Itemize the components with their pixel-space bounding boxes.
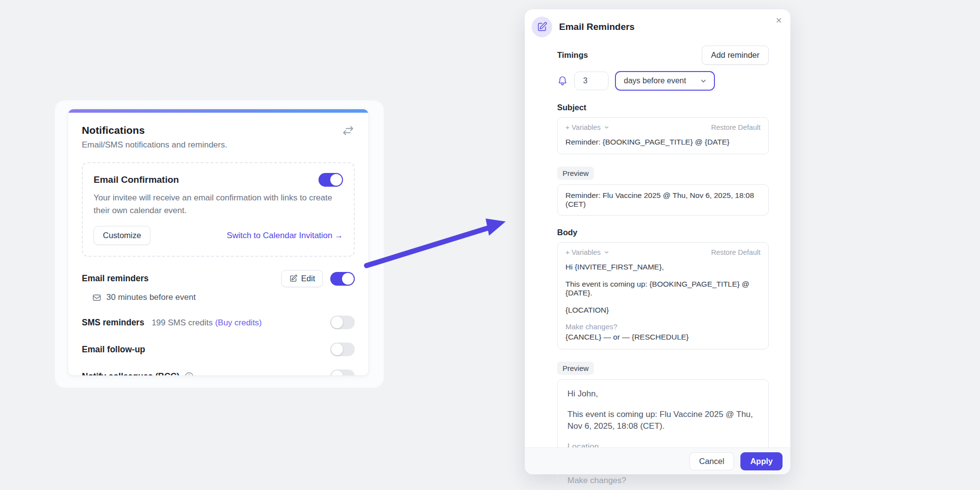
connector-arrow — [343, 201, 519, 284]
card-accent-gradient-bar — [68, 109, 368, 113]
body-line-1[interactable]: This event is coming up: {BOOKING_PAGE_T… — [565, 280, 760, 297]
notifications-card: Notifications Email/SMS notifications an… — [68, 109, 369, 376]
sms-reminders-label: SMS reminders — [82, 318, 144, 328]
subject-editor-box: + Variables Restore Default Reminder: {B… — [557, 117, 769, 154]
variables-label: + Variables — [565, 248, 601, 256]
sms-credits-text: 199 SMS credits — [151, 318, 213, 327]
body-links-line[interactable]: {CANCEL} — or — {RESCHEDULE} — [565, 333, 760, 342]
chevron-down-icon — [604, 124, 610, 130]
editor-footer: Cancel Apply — [525, 447, 790, 474]
sms-reminders-row: SMS reminders 199 SMS credits (Buy credi… — [82, 316, 355, 329]
bell-icon — [557, 75, 568, 86]
timing-unit-select[interactable]: days before event — [615, 71, 715, 91]
edit-button-label: Edit — [301, 274, 315, 283]
timings-label: Timings — [557, 50, 588, 60]
toggle-knob — [331, 370, 343, 376]
editor-title: Email Reminders — [559, 22, 635, 32]
email-follow-up-row: Email follow-up — [82, 343, 355, 356]
notifications-title: Notifications — [82, 124, 145, 136]
email-reminders-editor-panel: Email Reminders Timings Add reminder day… — [525, 9, 790, 474]
subject-preview-box: Reminder: Flu Vaccine 2025 @ Thu, Nov 6,… — [557, 184, 769, 216]
envelope-icon — [92, 293, 101, 302]
buy-credits-link[interactable]: (Buy credits) — [215, 318, 262, 327]
email-reminders-row: Email reminders Edit — [82, 270, 355, 287]
timing-unit-value: days before event — [624, 76, 686, 85]
email-reminder-schedule: 30 minutes before event — [92, 293, 355, 302]
body-make-changes[interactable]: Make changes? — [565, 322, 760, 331]
preview-greeting: Hi John, — [567, 388, 759, 400]
email-reminders-label: Email reminders — [82, 273, 148, 284]
sms-reminders-toggle[interactable] — [330, 316, 355, 329]
apply-button[interactable]: Apply — [740, 452, 783, 470]
body-variables-dropdown[interactable]: + Variables — [565, 248, 610, 256]
subject-template-text[interactable]: Reminder: {BOOKING_PAGE_TITLE} @ {DATE} — [565, 138, 760, 147]
app-background: Notifications Email/SMS notifications an… — [0, 0, 980, 490]
preview-make-changes: Make changes? — [567, 475, 759, 487]
body-line-2[interactable]: {LOCATION} — [565, 306, 760, 315]
chevron-down-icon — [604, 249, 610, 255]
notify-colleagues-toggle[interactable] — [330, 369, 355, 376]
notify-colleagues-label: Notify colleagues (BCC) — [82, 371, 179, 376]
notifications-subtitle: Email/SMS notifications and reminders. — [82, 140, 355, 150]
variables-label: + Variables — [565, 123, 601, 131]
customize-button[interactable]: Customize — [94, 226, 150, 245]
switch-to-calendar-invitation-link[interactable]: Switch to Calendar Invitation → — [227, 231, 343, 241]
toggle-knob — [331, 343, 343, 355]
toggle-knob — [331, 317, 343, 328]
chevron-down-icon — [700, 77, 707, 85]
body-label: Body — [557, 228, 769, 237]
subject-preview-text: Reminder: Flu Vaccine 2025 @ Thu, Nov 6,… — [565, 191, 760, 209]
cancel-button[interactable]: Cancel — [689, 452, 734, 470]
reminder-count-input[interactable] — [574, 72, 609, 90]
subject-preview-badge: Preview — [557, 167, 594, 180]
subject-restore-default-link[interactable]: Restore Default — [711, 123, 760, 131]
body-editor-box: + Variables Restore Default Hi {INVITEE_… — [557, 242, 769, 349]
email-confirmation-description: Your invitee will receive an email confi… — [94, 192, 343, 217]
info-icon[interactable] — [184, 371, 194, 376]
preview-line: This event is coming up: Flu Vaccine 202… — [567, 409, 759, 432]
toggle-knob — [330, 174, 342, 186]
schedule-text: 30 minutes before event — [106, 293, 196, 302]
email-confirmation-toggle[interactable] — [318, 173, 343, 187]
subject-variables-dropdown[interactable]: + Variables — [565, 123, 610, 131]
swap-horizontal-icon[interactable] — [342, 125, 355, 136]
body-restore-default-link[interactable]: Restore Default — [711, 248, 760, 256]
edit-note-icon — [532, 17, 552, 37]
email-follow-up-label: Email follow-up — [82, 344, 145, 355]
add-reminder-button[interactable]: Add reminder — [702, 46, 769, 65]
email-follow-up-toggle[interactable] — [330, 343, 355, 356]
body-greeting[interactable]: Hi {INVITEE_FIRST_NAME}, — [565, 263, 760, 271]
email-confirmation-title: Email Confirmation — [94, 174, 179, 185]
pencil-icon — [289, 274, 297, 283]
notify-colleagues-row: Notify colleagues (BCC) — [82, 369, 355, 376]
edit-reminders-button[interactable]: Edit — [281, 270, 323, 287]
subject-label: Subject — [557, 103, 769, 112]
close-icon[interactable] — [772, 13, 785, 27]
email-confirmation-section: Email Confirmation Your invitee will rec… — [82, 162, 355, 257]
body-preview-badge: Preview — [557, 362, 594, 375]
notifications-panel-container: Notifications Email/SMS notifications an… — [55, 100, 384, 388]
